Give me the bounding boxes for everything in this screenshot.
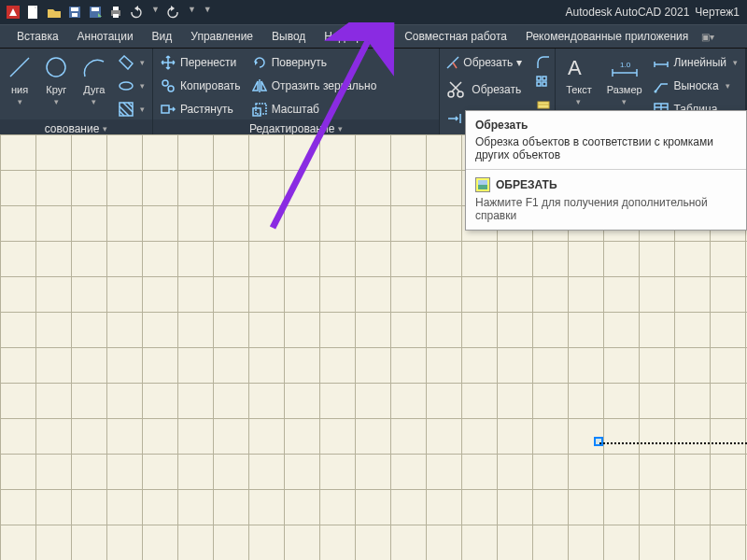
saveas-icon[interactable] xyxy=(88,5,103,20)
scissors-icon xyxy=(445,79,466,100)
svg-rect-34 xyxy=(537,82,541,86)
stretch-button[interactable]: Растянуть xyxy=(159,99,243,119)
svg-marker-25 xyxy=(255,60,258,65)
svg-point-14 xyxy=(47,58,65,77)
crosshair-horizontal xyxy=(599,442,747,444)
svg-rect-32 xyxy=(537,77,541,80)
text-label: Текст xyxy=(566,84,592,95)
undo-icon[interactable] xyxy=(129,5,144,20)
trim-big-label: Обрезать xyxy=(472,83,521,96)
scale-icon xyxy=(252,102,267,117)
arc-button[interactable]: Дуга ▾ xyxy=(79,52,110,106)
print-icon[interactable] xyxy=(108,5,123,20)
tab-featured[interactable]: Рекомендованные приложения xyxy=(516,24,698,49)
dimension-button[interactable]: 1.0 Размер ▾ xyxy=(604,52,644,106)
svg-rect-28 xyxy=(253,108,261,116)
svg-rect-24 xyxy=(162,105,169,113)
copy-icon xyxy=(161,78,176,93)
ribbon-tabs: Вставка Аннотации Вид Управление Вывод Н… xyxy=(0,24,747,49)
mirror-label: Отразить зеркально xyxy=(272,79,377,92)
linear-dim-label: Линейный xyxy=(673,56,726,69)
rotate-icon xyxy=(252,55,267,70)
fillet-button[interactable] xyxy=(535,54,552,71)
scale-label: Масштаб xyxy=(272,103,319,116)
circle-button[interactable]: Круг ▾ xyxy=(41,52,72,106)
svg-marker-27 xyxy=(261,81,266,91)
tooltip-trim: Обрезать Обрезка объектов в соответствии… xyxy=(465,110,747,231)
svg-rect-33 xyxy=(543,77,546,80)
crosshair-pickbox xyxy=(594,437,603,446)
svg-point-16 xyxy=(120,82,133,90)
svg-rect-53 xyxy=(478,185,487,189)
tooltip-title: Обрезать xyxy=(475,119,737,132)
save-icon[interactable] xyxy=(67,5,82,20)
panel-modify: Перенести Копировать Растянуть Повернуть xyxy=(153,49,440,134)
move-button[interactable]: Перенести xyxy=(159,52,243,73)
svg-point-23 xyxy=(168,86,174,91)
scale-button[interactable]: Масштаб xyxy=(250,99,379,119)
tabs-more-dropdown[interactable]: ▣▾ xyxy=(701,32,714,42)
tab-view[interactable]: Вид xyxy=(143,24,182,49)
app-title: Autodesk AutoCAD 2021 xyxy=(566,6,690,19)
tooltip-cmd-icon xyxy=(475,177,490,192)
tooltip-help: Нажмите F1 для получения дополнительной … xyxy=(475,196,737,222)
trim-dropdown[interactable]: ▾ xyxy=(516,56,522,69)
redo-dropdown[interactable]: ▼ xyxy=(188,5,196,20)
svg-line-13 xyxy=(10,58,29,77)
svg-point-30 xyxy=(448,91,454,97)
svg-text:1.0: 1.0 xyxy=(620,61,631,69)
hatch-button[interactable]: ▾ xyxy=(117,99,147,119)
line-button[interactable]: ния ▾ xyxy=(6,52,34,106)
app-menu-icon[interactable] xyxy=(6,5,21,20)
move-label: Перенести xyxy=(180,56,236,69)
tab-output[interactable]: Вывод xyxy=(262,24,315,49)
tab-manage[interactable]: Управление xyxy=(181,24,262,49)
tab-annotate[interactable]: Аннотации xyxy=(68,24,143,49)
undo-dropdown[interactable]: ▼ xyxy=(151,5,160,20)
svg-text:A: A xyxy=(568,56,582,79)
leader-button[interactable]: Выноска▾ xyxy=(652,76,740,96)
copy-button[interactable]: Копировать xyxy=(159,76,243,96)
svg-rect-4 xyxy=(71,7,78,11)
circle-label: Круг xyxy=(46,84,66,95)
trim-big-button[interactable]: Обрезать xyxy=(445,77,521,103)
leader-label: Выноска xyxy=(673,79,718,92)
mirror-icon xyxy=(252,78,267,93)
open-icon[interactable] xyxy=(47,5,62,20)
panel-draw: ния ▾ Круг ▾ Дуга ▾ ▾ ▾ ▾ совование▾ xyxy=(0,49,153,134)
trim-button[interactable]: Обрезать xyxy=(445,52,513,73)
ellipse-button[interactable]: ▾ xyxy=(117,76,147,96)
qat-customize-dropdown[interactable]: ▼ xyxy=(204,5,212,20)
rotate-button[interactable]: Повернуть xyxy=(250,52,379,73)
text-button[interactable]: A Текст ▾ xyxy=(561,52,597,106)
leader-icon xyxy=(654,78,669,93)
move-icon xyxy=(161,55,176,70)
svg-marker-11 xyxy=(134,6,138,11)
tab-insert[interactable]: Вставка xyxy=(7,24,68,49)
rotate-label: Повернуть xyxy=(272,56,327,69)
document-name: Чертеж1 xyxy=(695,6,740,19)
dimension-label: Размер xyxy=(607,84,642,95)
svg-rect-9 xyxy=(113,7,119,10)
rect-button[interactable]: ▾ xyxy=(117,52,147,73)
new-icon[interactable] xyxy=(26,5,41,20)
redo-icon[interactable] xyxy=(165,5,180,20)
svg-marker-12 xyxy=(171,6,175,11)
svg-rect-5 xyxy=(72,13,78,17)
linear-dim-button[interactable]: Линейный▾ xyxy=(652,52,740,73)
svg-rect-10 xyxy=(113,14,119,18)
svg-rect-54 xyxy=(478,180,487,185)
extend-icon xyxy=(447,111,462,126)
copy-label: Копировать xyxy=(180,79,241,92)
array-button[interactable] xyxy=(535,75,552,91)
trim-label: Обрезать xyxy=(463,56,513,69)
quick-access-toolbar: ▼ ▼ ▼ xyxy=(0,5,212,20)
stretch-label: Растянуть xyxy=(180,103,233,116)
mirror-button[interactable]: Отразить зеркально xyxy=(250,76,379,96)
svg-rect-7 xyxy=(92,7,99,11)
tab-addins[interactable]: Надстройки xyxy=(315,24,395,49)
svg-marker-15 xyxy=(120,56,133,69)
svg-point-22 xyxy=(162,80,168,86)
tab-collab[interactable]: Совместная работа xyxy=(395,24,516,49)
arc-label: Дуга xyxy=(83,84,105,95)
